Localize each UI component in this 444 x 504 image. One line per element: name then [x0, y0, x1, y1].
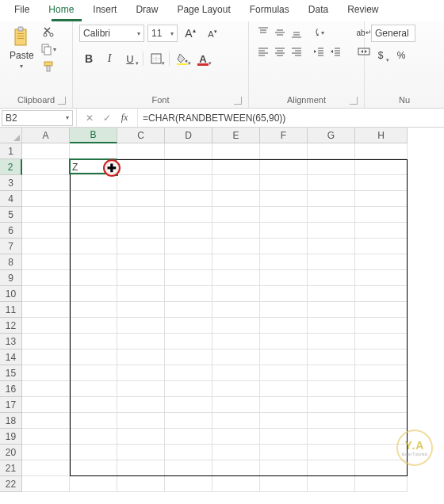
row-header-8[interactable]: 8: [0, 254, 22, 270]
paste-button[interactable]: Paste ▾: [6, 25, 37, 71]
cell-C6[interactable]: [117, 223, 165, 239]
increase-indent-button[interactable]: [327, 44, 343, 59]
cell-F14[interactable]: [260, 349, 308, 365]
cell-E22[interactable]: [212, 476, 260, 492]
cell-G4[interactable]: [308, 191, 355, 207]
cell-F13[interactable]: [260, 334, 308, 349]
formula-input[interactable]: =CHAR(RANDBETWEEN(65,90)): [138, 109, 444, 127]
cell-A6[interactable]: [22, 223, 70, 239]
row-header-4[interactable]: 4: [0, 191, 22, 207]
name-box[interactable]: B2 ▾: [2, 110, 73, 126]
cell-C7[interactable]: [117, 239, 165, 254]
orientation-button[interactable]: ⤹▾: [311, 25, 327, 40]
cell-D7[interactable]: [165, 239, 212, 254]
cell-F18[interactable]: [260, 413, 308, 429]
cell-C8[interactable]: [117, 254, 165, 270]
cell-E5[interactable]: [212, 207, 260, 223]
cell-E15[interactable]: [212, 365, 260, 381]
cell-C4[interactable]: [117, 191, 165, 207]
cell-F7[interactable]: [260, 239, 308, 254]
dialog-launcher-icon[interactable]: [234, 97, 242, 105]
cell-H7[interactable]: [355, 239, 408, 254]
cell-D2[interactable]: [165, 159, 212, 175]
cell-G18[interactable]: [308, 413, 355, 429]
cell-A10[interactable]: [22, 286, 70, 302]
cell-G7[interactable]: [308, 239, 355, 254]
increase-font-button[interactable]: A▴: [181, 25, 200, 42]
cell-G5[interactable]: [308, 207, 355, 223]
column-header-B[interactable]: B: [70, 128, 117, 143]
cell-F8[interactable]: [260, 254, 308, 270]
cancel-formula-button[interactable]: ✕: [83, 112, 96, 124]
cell-B7[interactable]: [70, 239, 117, 254]
cell-C10[interactable]: [117, 286, 165, 302]
cell-C16[interactable]: [117, 381, 165, 397]
cell-E1[interactable]: [212, 143, 260, 159]
cell-A14[interactable]: [22, 349, 70, 365]
cell-F4[interactable]: [260, 191, 308, 207]
cell-D6[interactable]: [165, 223, 212, 239]
cell-B6[interactable]: [70, 223, 117, 239]
cell-G8[interactable]: [308, 254, 355, 270]
column-header-E[interactable]: E: [212, 128, 260, 143]
cell-B22[interactable]: [70, 476, 117, 492]
cell-A7[interactable]: [22, 239, 70, 254]
cell-C3[interactable]: [117, 175, 165, 191]
borders-button[interactable]: [147, 50, 166, 67]
cell-G12[interactable]: [308, 318, 355, 334]
cell-D5[interactable]: [165, 207, 212, 223]
cell-G20[interactable]: [308, 445, 355, 460]
enter-formula-button[interactable]: ✓: [101, 112, 113, 124]
cell-E11[interactable]: [212, 302, 260, 318]
menu-review[interactable]: Review: [338, 2, 388, 17]
row-header-9[interactable]: 9: [0, 270, 22, 286]
menu-file[interactable]: File: [5, 2, 39, 17]
cell-C19[interactable]: [117, 429, 165, 445]
cell-A22[interactable]: [22, 476, 70, 492]
cell-D14[interactable]: [165, 349, 212, 365]
cell-G19[interactable]: [308, 429, 355, 445]
cell-H11[interactable]: [355, 302, 408, 318]
number-format-combo[interactable]: General: [371, 25, 415, 42]
cell-G6[interactable]: [308, 223, 355, 239]
cell-D12[interactable]: [165, 318, 212, 334]
cell-C1[interactable]: [117, 143, 165, 159]
cell-D22[interactable]: [165, 476, 212, 492]
cell-B16[interactable]: [70, 381, 117, 397]
cell-G22[interactable]: [308, 476, 355, 492]
cell-A2[interactable]: [22, 159, 70, 175]
currency-button[interactable]: $: [371, 47, 390, 64]
cell-D3[interactable]: [165, 175, 212, 191]
row-header-15[interactable]: 15: [0, 365, 22, 381]
cell-A12[interactable]: [22, 318, 70, 334]
decrease-font-button[interactable]: A▾: [203, 25, 222, 42]
cell-A19[interactable]: [22, 429, 70, 445]
cell-H22[interactable]: [355, 476, 408, 492]
row-header-16[interactable]: 16: [0, 381, 22, 397]
cell-F19[interactable]: [260, 429, 308, 445]
dialog-launcher-icon[interactable]: [58, 97, 66, 105]
fill-color-button[interactable]: [173, 50, 192, 67]
row-header-11[interactable]: 11: [0, 302, 22, 318]
format-painter-button[interactable]: [40, 59, 56, 74]
column-header-A[interactable]: A: [22, 128, 70, 143]
cell-B9[interactable]: [70, 270, 117, 286]
cell-B2[interactable]: Z: [70, 159, 117, 175]
cell-E19[interactable]: [212, 429, 260, 445]
cell-G14[interactable]: [308, 349, 355, 365]
cell-D16[interactable]: [165, 381, 212, 397]
cell-A3[interactable]: [22, 175, 70, 191]
cell-B14[interactable]: [70, 349, 117, 365]
cell-H18[interactable]: [355, 413, 408, 429]
cell-D20[interactable]: [165, 445, 212, 460]
dialog-launcher-icon[interactable]: [350, 97, 358, 105]
spreadsheet-grid[interactable]: ABCDEFGH 1234567891011121314151617181920…: [0, 128, 444, 504]
bold-button[interactable]: B: [79, 50, 98, 67]
cell-H17[interactable]: [355, 397, 408, 413]
align-middle-button[interactable]: [272, 25, 288, 40]
cell-B13[interactable]: [70, 334, 117, 349]
row-header-14[interactable]: 14: [0, 349, 22, 365]
column-header-C[interactable]: C: [117, 128, 165, 143]
cell-E6[interactable]: [212, 223, 260, 239]
cell-G10[interactable]: [308, 286, 355, 302]
